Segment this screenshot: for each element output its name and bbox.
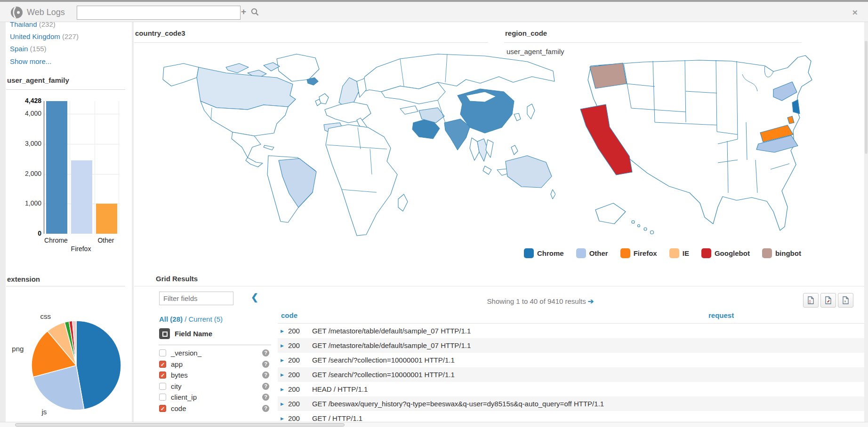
column-header-code[interactable]: code	[281, 311, 297, 319]
results-table: ▶200GET /metastore/table/default/sample_…	[278, 324, 864, 426]
map-state-hawaii[interactable]	[638, 225, 640, 227]
field-checkbox-city[interactable]	[159, 383, 166, 390]
table-row[interactable]: ▶200HEAD / HTTP/1.1	[278, 382, 864, 396]
table-row[interactable]: ▶200GET /metastore/table/default/sample_…	[278, 324, 864, 338]
map-region-alaska[interactable]	[163, 63, 199, 86]
map-region-russia[interactable]	[358, 54, 555, 93]
row-expand-icon[interactable]: ▶	[281, 387, 284, 392]
help-icon[interactable]: ?	[262, 383, 269, 390]
download-xls-button[interactable]: x	[838, 293, 853, 308]
map-state-hawaii[interactable]	[651, 231, 654, 234]
facet-item[interactable]: United Kingdom (227)	[10, 32, 123, 44]
bar-chrome[interactable]	[46, 101, 67, 234]
legend-item-chrome[interactable]: Chrome	[524, 248, 564, 258]
next-page-icon[interactable]: ➔	[588, 297, 594, 305]
download-csv-button[interactable]	[820, 293, 836, 308]
legend-item-ie[interactable]: IE	[669, 248, 689, 258]
map-region-europe[interactable]	[325, 102, 371, 123]
legend-item-bingbot[interactable]: bingbot	[762, 248, 801, 258]
field-checkbox-app[interactable]: ✓	[159, 361, 166, 368]
field-row-code: ✓code?	[159, 403, 271, 414]
download-json-button[interactable]: {}	[803, 293, 819, 308]
help-icon[interactable]: ?	[262, 361, 269, 368]
all-fields-link[interactable]: All (28)	[159, 315, 183, 323]
map-region-vietnam[interactable]	[486, 140, 493, 158]
map-state-washington[interactable]	[590, 63, 627, 88]
current-fields-link[interactable]: Current (5)	[189, 315, 223, 323]
map-region-australia[interactable]	[506, 156, 552, 188]
map-state-alaska[interactable]	[595, 203, 626, 224]
facet-link[interactable]: Spain	[10, 45, 28, 53]
column-header-request[interactable]: request	[708, 311, 734, 319]
field-label: client_ip	[171, 393, 197, 401]
map-state-hawaii[interactable]	[632, 221, 635, 223]
facet-count: (227)	[60, 32, 79, 40]
horizontal-scrollbar-thumb[interactable]	[15, 423, 345, 427]
field-label: app	[171, 360, 183, 368]
legend-item-firefox[interactable]: Firefox	[620, 248, 657, 258]
help-icon[interactable]: ?	[262, 405, 269, 412]
row-request: GET /search/?collection=10000001 HTTP/1.…	[312, 371, 455, 379]
map-region-new-zealand[interactable]	[551, 190, 555, 199]
map-region-cuba[interactable]	[264, 145, 274, 150]
table-row[interactable]: ▶200GET /beeswax/query_history?q-type=be…	[278, 396, 864, 411]
map-region-korea[interactable]	[514, 113, 521, 121]
map-region-turkey[interactable]	[400, 106, 418, 114]
map-region-canada[interactable]	[197, 67, 296, 110]
row-expand-icon[interactable]: ▶	[281, 416, 284, 421]
vertical-scrollbar-thumb[interactable]	[865, 41, 868, 154]
plus-icon[interactable]: +	[241, 7, 246, 17]
map-state-hawaii[interactable]	[644, 228, 647, 230]
facet-item[interactable]: Spain (155)	[10, 44, 123, 56]
help-icon[interactable]: ?	[262, 349, 269, 356]
row-expand-icon[interactable]: ▶	[281, 343, 284, 348]
pie-slice[interactable]	[76, 321, 121, 410]
search-icon[interactable]	[250, 8, 259, 16]
field-checkbox-_version_[interactable]	[159, 349, 166, 356]
table-row[interactable]: ▶200GET /search/?collection=10000001 HTT…	[278, 353, 864, 367]
field-row-client_ip: client_ip?	[159, 392, 271, 403]
collapse-panel-icon[interactable]: ❮	[251, 292, 258, 302]
map-region-india[interactable]	[444, 119, 470, 150]
bar-firefox[interactable]	[71, 160, 92, 234]
row-expand-icon[interactable]: ▶	[281, 358, 284, 363]
row-expand-icon[interactable]: ▶	[281, 372, 284, 377]
map-region-finland[interactable]	[357, 79, 366, 97]
map-region-madagascar[interactable]	[398, 194, 408, 211]
map-state-new-jersey[interactable]	[792, 100, 800, 114]
legend-item-other[interactable]: Other	[576, 248, 608, 258]
pie-label-css: css	[40, 312, 51, 320]
table-row[interactable]: ▶200GET /search/?collection=10000001 HTT…	[278, 367, 864, 382]
table-row[interactable]: ▶200GET /metastore/table/default/sample_…	[278, 338, 864, 353]
map-region-philippines[interactable]	[511, 145, 518, 155]
map-region-japan[interactable]	[527, 104, 535, 119]
row-expand-icon[interactable]: ▶	[281, 329, 284, 333]
facet-link[interactable]: United Kingdom	[10, 32, 60, 40]
help-icon[interactable]: ?	[262, 394, 269, 401]
horizontal-scrollbar[interactable]	[0, 422, 868, 427]
map-region-central-america[interactable]	[246, 158, 263, 167]
filter-fields-input[interactable]	[159, 292, 233, 305]
show-more-link[interactable]: Show more...	[10, 57, 51, 65]
map-region-africa[interactable]	[326, 125, 397, 236]
map-region-mexico[interactable]	[232, 132, 261, 158]
close-icon[interactable]: ✕	[852, 8, 858, 17]
field-checkbox-client_ip[interactable]	[159, 394, 166, 401]
search-input[interactable]	[77, 6, 241, 20]
select-all-checkbox[interactable]	[159, 328, 170, 339]
legend-item-googlebot[interactable]: Googlebot	[701, 248, 750, 258]
legend-swatch	[576, 248, 586, 258]
field-checkbox-code[interactable]: ✓	[159, 405, 166, 412]
bar-other[interactable]	[96, 204, 117, 234]
field-checkbox-bytes[interactable]: ✓	[159, 372, 166, 379]
row-expand-icon[interactable]: ▶	[281, 402, 284, 406]
map-region-arctic-island[interactable]	[226, 63, 249, 73]
map-region-greenland[interactable]	[277, 54, 319, 81]
bar-chart-yticks: 4,4284,0003,0002,0001,0000	[4, 101, 41, 234]
help-icon[interactable]: ?	[262, 372, 269, 379]
hue-logo-icon[interactable]	[10, 6, 23, 19]
world-map	[155, 48, 555, 245]
map-region-arctic-island[interactable]	[264, 63, 280, 71]
map-region-indonesia[interactable]	[483, 166, 491, 174]
vertical-scrollbar[interactable]	[864, 22, 868, 422]
